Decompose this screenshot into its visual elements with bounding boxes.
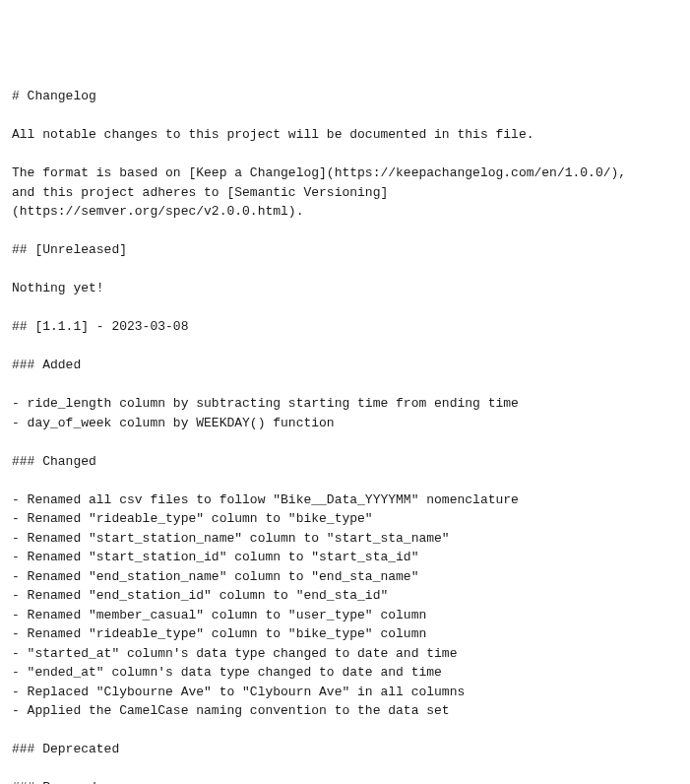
changed-heading: ### Changed <box>12 454 96 469</box>
unreleased-body: Nothing yet! <box>12 281 104 295</box>
intro-text: All notable changes to this project will… <box>12 127 534 142</box>
changed-item: - Renamed "start_station_id" column to "… <box>12 550 418 564</box>
adheres-text: and this project adheres to [Semantic Ve… <box>12 185 388 220</box>
changed-item: - "ended_at" column's data type changed … <box>12 665 442 680</box>
changed-item: - Renamed "rideable_type" column to "bik… <box>12 511 373 526</box>
changed-item: - Replaced "Clybourne Ave" to "Clybourn … <box>12 685 465 699</box>
changed-item: - Renamed "rideable_type" column to "bik… <box>12 626 426 641</box>
added-item: - day_of_week column by WEEKDAY() functi… <box>12 416 335 430</box>
changed-item: - Renamed "end_station_id" column to "en… <box>12 588 388 603</box>
added-item: - ride_length column by subtracting star… <box>12 396 519 411</box>
unreleased-heading: ## [Unreleased] <box>12 242 127 257</box>
title-heading: # Changelog <box>12 89 96 103</box>
changed-item: - Applied the CamelCase naming conventio… <box>12 703 450 718</box>
changed-item: - Renamed all csv files to follow "Bike_… <box>12 492 519 507</box>
release-heading: ## [1.1.1] - 2023-03-08 <box>12 319 188 334</box>
format-text: The format is based on [Keep a Changelog… <box>12 165 626 180</box>
removed-heading: ### Removed <box>12 780 96 784</box>
added-heading: ### Added <box>12 358 81 372</box>
changed-item: - "started_at" column's data type change… <box>12 646 457 661</box>
changed-item: - Renamed "member_casual" column to "use… <box>12 608 426 622</box>
deprecated-heading: ### Deprecated <box>12 742 119 756</box>
changed-item: - Renamed "end_station_name" column to "… <box>12 569 418 584</box>
changed-item: - Renamed "start_station_name" column to… <box>12 531 450 546</box>
